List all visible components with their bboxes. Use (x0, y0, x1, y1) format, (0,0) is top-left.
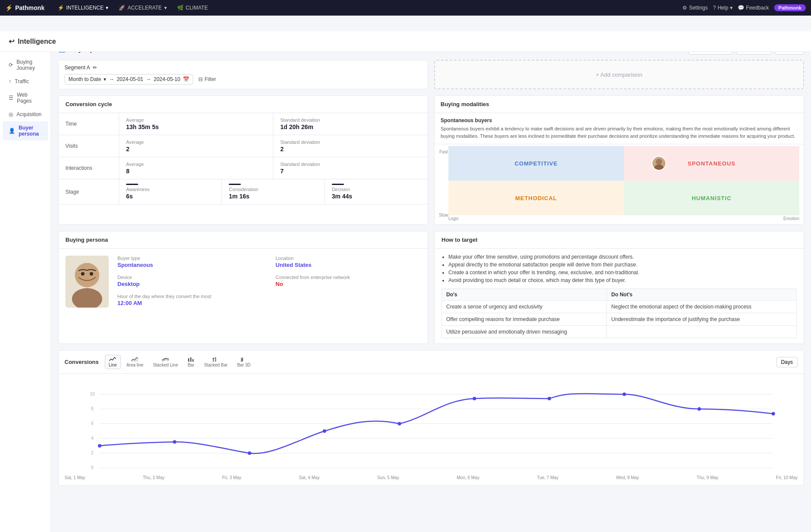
topnav-items: ⚡ INTELLIGENCE ▾ 🚀 ACCELERATE ▾ 🌿 CLIMAT… (53, 3, 212, 13)
svg-rect-12 (213, 359, 214, 362)
how-to-target-title: How to target (435, 231, 804, 249)
buyer-type-detail: Buyer type Spontaneous (117, 256, 263, 269)
donts-header: Do Not's (607, 289, 797, 301)
acquisition-icon: ◎ (9, 111, 13, 117)
stage-decision-bar (332, 184, 344, 185)
svg-text:10: 10 (90, 392, 95, 396)
top-navigation: ⚡ Pathmonk ⚡ INTELLIGENCE ▾ 🚀 ACCELERATE… (0, 0, 811, 16)
device-detail: Device Desktop (117, 275, 263, 289)
segment-name: Segment A ✏ (65, 65, 422, 71)
chart-point (173, 440, 176, 444)
nav-accelerate[interactable]: 🚀 ACCELERATE ▾ (114, 3, 171, 13)
sidebar-item-traffic[interactable]: ↑ Traffic (3, 75, 48, 88)
svg-rect-10 (190, 357, 191, 362)
pathmonk-badge: Pathmonk (774, 4, 806, 11)
add-comparison-panel[interactable]: + Add comparision (434, 60, 804, 89)
days-button[interactable]: Days (776, 357, 798, 367)
help-button[interactable]: ? Help ▾ (713, 5, 733, 11)
target-bullet-3: Create a context in which your offer is … (448, 269, 797, 276)
stage-awareness-bar (126, 184, 138, 185)
line-chart-icon (109, 357, 116, 362)
svg-text:0: 0 (91, 465, 94, 470)
conversions-header-left: Conversions Line Area line Stacked Line (65, 355, 255, 369)
chart-point (548, 397, 551, 400)
sidebar-item-web-pages[interactable]: ☰ Web Pages (3, 88, 48, 107)
web-pages-icon: ☰ (9, 95, 13, 101)
chart-type-line[interactable]: Line (105, 355, 121, 369)
conversion-cycle-card: Conversion cycle Time Average 13h 35m 5s… (58, 95, 428, 225)
climate-icon: 🌿 (177, 5, 184, 11)
page-header: ↩ Intelligence (0, 31, 811, 52)
chevron-down-icon: ▾ (104, 76, 106, 82)
visits-stddev: Standard deviation 2 (273, 135, 428, 157)
edit-icon[interactable]: ✏ (93, 65, 97, 71)
interactions-stddev: Standard deviation 7 (273, 157, 428, 179)
buying-persona-card: Buying persona (58, 231, 428, 344)
chart-point (772, 412, 775, 415)
svg-point-0 (656, 159, 662, 165)
sidebar-item-buyer-persona[interactable]: 👤 Buyer persona (3, 121, 48, 140)
persona-avatar (65, 256, 109, 308)
stage-consideration: Consideration 1m 16s (222, 179, 324, 204)
visits-metric-row: Visits Average 2 Standard deviation 2 (58, 135, 428, 157)
feedback-button[interactable]: 💬 Feedback (738, 5, 769, 11)
table-row: Create a sense of urgency and exclusivit… (442, 301, 797, 313)
stage-row: Stage Awareness 6s Consideration 1m 16s … (58, 179, 428, 204)
svg-point-5 (75, 263, 99, 287)
area-line-icon (131, 357, 138, 362)
chart-point (623, 393, 626, 396)
topnav-left: ⚡ Pathmonk ⚡ INTELLIGENCE ▾ 🚀 ACCELERATE… (5, 3, 212, 13)
page-title: ↩ Intelligence (9, 37, 56, 45)
sidebar: ⊞ Dashboard ⟳ Buying Journey ↑ Traffic ☰… (0, 36, 51, 532)
bar-chart-icon (188, 357, 195, 362)
conversions-chart-svg: 0 2 4 6 8 10 (65, 378, 798, 474)
time-metric-row: Time Average 13h 35m 5s Standard deviati… (58, 113, 428, 135)
settings-button[interactable]: ⚙ Settings (682, 5, 707, 11)
persona-target-row: Buying persona (58, 231, 804, 344)
svg-rect-16 (241, 358, 242, 362)
chart-point (398, 422, 401, 425)
brand-logo[interactable]: ⚡ Pathmonk (5, 4, 45, 11)
chart-type-stacked-line[interactable]: Stacked Line (149, 355, 182, 369)
dos-donts-table: Do's Do Not's Create a sense of urgency … (441, 289, 797, 338)
help-icon: ? (713, 5, 716, 11)
stage-consideration-bar (229, 184, 241, 185)
buyer-persona-icon: 👤 (9, 128, 15, 134)
sidebar-item-acquisition[interactable]: ◎ Acquisition (3, 108, 48, 121)
chart-type-area-line[interactable]: Area line (123, 355, 147, 369)
chart-type-stacked-bar[interactable]: Stacked Bar (200, 355, 231, 369)
main-content: 👤 Buyer persona ♡ Favorite list + Add ne… (51, 36, 811, 532)
time-average: Average 13h 35m 5s (119, 113, 273, 135)
buyer-type-heading: Spontaneous buyers (441, 117, 798, 123)
date-range-selector[interactable]: Month to Date ▾ → 2024-05-01 → 2024-05-1… (65, 74, 193, 84)
brand-icon: ⚡ (5, 4, 13, 11)
hour-detail: Hour of the day where they convert the m… (117, 294, 421, 308)
table-row: Utilize persuasive and emotionally drive… (442, 326, 797, 338)
chart-point (697, 407, 701, 411)
target-bullet-2: Appeal directly to the emotional satisfa… (448, 262, 797, 268)
stage-decision: Decision 3m 44s (325, 179, 428, 204)
sidebar-item-buying-journey[interactable]: ⟳ Buying Journey (3, 55, 48, 75)
feedback-icon: 💬 (738, 5, 744, 11)
quadrant-main: COMPETITIVE SPONTANEOUS (448, 146, 799, 221)
persona-face-svg (65, 256, 109, 308)
nav-intelligence[interactable]: ⚡ INTELLIGENCE ▾ (53, 3, 113, 13)
quadrant-grid-wrapper: Fast Slow COMPETITIVE SPONTANEOUS (439, 146, 799, 221)
nav-climate[interactable]: 🌿 CLIMATE (173, 3, 212, 13)
quadrant-cells: COMPETITIVE SPONTANEOUS (448, 146, 799, 215)
filter-button[interactable]: ⊟ Filter (198, 76, 216, 82)
avatar-svg (652, 156, 665, 171)
chart-type-bar-3d[interactable]: Bar 3D (233, 355, 254, 369)
chart-x-labels: Sat, 1 May Thu, 2 May Fri, 3 May Sat, 4 … (58, 474, 804, 485)
quadrant-x-labels: Logic Emotion (448, 215, 799, 221)
conversions-title: Conversions (65, 359, 99, 365)
chart-point (248, 451, 251, 455)
persona-details: Buyer type Spontaneous Location United S… (117, 256, 421, 308)
chart-area: 0 2 4 6 8 10 (58, 374, 804, 474)
visits-label: Visits (58, 135, 119, 157)
quadrant-humanistic: HUMANISTIC (624, 181, 799, 215)
conversions-card: Conversions Line Area line Stacked Line (58, 350, 804, 486)
time-stddev: Standard deviation 1d 20h 26m (273, 113, 428, 135)
svg-text:2: 2 (91, 451, 94, 455)
chart-type-bar[interactable]: Bar (184, 355, 198, 369)
